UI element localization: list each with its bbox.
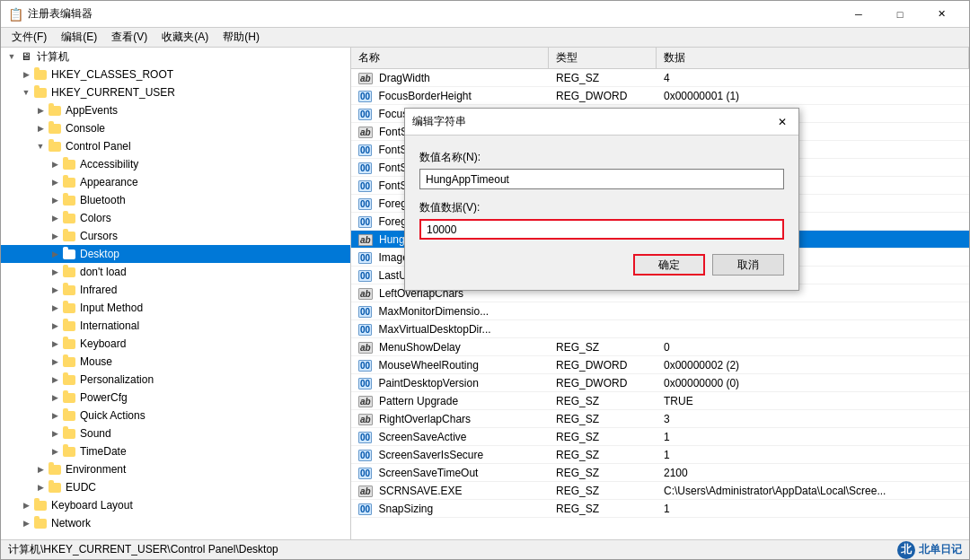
- folder-icon-sound: [62, 426, 76, 441]
- reg-icon-dword-22: 00: [358, 468, 372, 479]
- table-row[interactable]: 00 ScreenSaveActive REG_SZ 1: [351, 428, 969, 446]
- expander-sound[interactable]: ▶: [48, 426, 62, 441]
- tree-item-inputmethod[interactable]: ▶ Input Method: [1, 299, 350, 317]
- tree-item-powercfg[interactable]: ▶ PowerCfg: [1, 389, 350, 407]
- menu-favorites[interactable]: 收藏夹(A): [154, 28, 216, 47]
- table-row[interactable]: 00 MaxVirtualDesktopDir...: [351, 320, 969, 338]
- tree-item-keyboard[interactable]: ▶ Keyboard: [1, 335, 350, 353]
- tree-item-timedate[interactable]: ▶ TimeDate: [1, 442, 350, 460]
- expander-mouse[interactable]: ▶: [48, 354, 62, 369]
- expander-colors[interactable]: ▶: [48, 211, 62, 225]
- expander-infrared[interactable]: ▶: [48, 283, 62, 297]
- table-row[interactable]: ab DragWidth REG_SZ 4: [351, 69, 969, 87]
- value-name-input[interactable]: [419, 169, 784, 189]
- menu-view[interactable]: 查看(V): [104, 28, 154, 47]
- expander-powercfg[interactable]: ▶: [48, 390, 62, 405]
- expander-timedate[interactable]: ▶: [48, 444, 62, 459]
- table-row[interactable]: 00 SnapSizing REG_SZ 1: [351, 500, 969, 518]
- tree-label-quickactions: Quick Actions: [80, 409, 146, 422]
- tree-item-bluetooth[interactable]: ▶ Bluetooth: [1, 191, 350, 209]
- tree-item-network[interactable]: ▶ Network: [1, 514, 350, 532]
- expander-accessibility[interactable]: ▶: [48, 157, 62, 171]
- cell-name-14: 00 MaxVirtualDesktopDir...: [351, 323, 549, 336]
- expander-international[interactable]: ▶: [48, 319, 62, 333]
- cell-data-24: 1: [657, 503, 969, 515]
- tree-item-mouse[interactable]: ▶ Mouse: [1, 353, 350, 371]
- menu-file[interactable]: 文件(F): [4, 28, 54, 47]
- dialog-body: 数值名称(N): 数值数据(V): 确定 取消: [405, 136, 798, 290]
- tree-item-dontload[interactable]: ▶ don't load: [1, 263, 350, 281]
- value-data-input[interactable]: [419, 219, 784, 240]
- tree-label-desktop: Desktop: [80, 248, 119, 260]
- expander-dontload[interactable]: ▶: [48, 265, 62, 279]
- folder-icon-keyboard: [62, 337, 76, 351]
- tree-panel[interactable]: ▼ 🖥 计算机 ▶ HKEY_CLASSES_ROOT ▼ HKEY_CURRE…: [1, 48, 351, 539]
- ok-button[interactable]: 确定: [633, 254, 705, 276]
- expander-desktop[interactable]: ▶: [48, 247, 62, 261]
- tree-item-computer[interactable]: ▼ 🖥 计算机: [1, 48, 350, 66]
- expander-computer[interactable]: ▼: [4, 49, 19, 64]
- tree-label-network: Network: [51, 517, 91, 529]
- tree-item-current-user[interactable]: ▼ HKEY_CURRENT_USER: [1, 83, 350, 101]
- menu-edit[interactable]: 编辑(E): [54, 28, 104, 47]
- header-data[interactable]: 数据: [657, 48, 969, 68]
- expander-personalization[interactable]: ▶: [48, 372, 62, 387]
- tree-item-sound[interactable]: ▶ Sound: [1, 424, 350, 442]
- expander-keyboard[interactable]: ▶: [48, 337, 62, 351]
- expander-control-panel[interactable]: ▼: [33, 139, 48, 153]
- tree-item-personalization[interactable]: ▶ Personalization: [1, 371, 350, 389]
- table-row[interactable]: ab MenuShowDelay REG_SZ 0: [351, 338, 969, 356]
- expander-keyboardlayout[interactable]: ▶: [19, 498, 33, 512]
- tree-item-quickactions[interactable]: ▶ Quick Actions: [1, 407, 350, 424]
- table-row[interactable]: 00 FocusBorderHeight REG_DWORD 0x0000000…: [351, 87, 969, 105]
- expander-appevents[interactable]: ▶: [33, 103, 48, 118]
- tree-label-computer: 计算机: [37, 49, 69, 65]
- tree-item-international[interactable]: ▶ International: [1, 317, 350, 335]
- table-row[interactable]: ab Pattern Upgrade REG_SZ TRUE: [351, 392, 969, 410]
- expander-appearance[interactable]: ▶: [48, 175, 62, 189]
- cell-name-1: 00 FocusBorderHeight: [351, 90, 549, 102]
- table-row[interactable]: ab SCRNSAVE.EXE REG_SZ C:\Users\Administ…: [351, 482, 969, 500]
- tree-item-appearance[interactable]: ▶ Appearance: [1, 173, 350, 191]
- tree-item-appevents[interactable]: ▶ AppEvents: [1, 101, 350, 119]
- table-row[interactable]: 00 ScreenSaverIsSecure REG_SZ 1: [351, 446, 969, 464]
- expander-classes-root[interactable]: ▶: [19, 67, 33, 82]
- cancel-button[interactable]: 取消: [712, 254, 784, 276]
- expander-bluetooth[interactable]: ▶: [48, 193, 62, 207]
- table-row[interactable]: 00 MaxMonitorDimensio...: [351, 302, 969, 320]
- close-button[interactable]: ✕: [921, 1, 962, 28]
- expander-eudc[interactable]: ▶: [33, 480, 48, 494]
- tree-item-control-panel[interactable]: ▼ Control Panel: [1, 137, 350, 155]
- tree-item-environment[interactable]: ▶ Environment: [1, 460, 350, 478]
- expander-network[interactable]: ▶: [19, 516, 33, 530]
- table-row[interactable]: 00 PaintDesktopVersion REG_DWORD 0x00000…: [351, 374, 969, 392]
- expander-environment[interactable]: ▶: [33, 462, 48, 477]
- expander-console[interactable]: ▶: [33, 121, 48, 136]
- header-type[interactable]: 类型: [549, 48, 657, 68]
- tree-item-classes-root[interactable]: ▶ HKEY_CLASSES_ROOT: [1, 66, 350, 83]
- header-name[interactable]: 名称: [351, 48, 549, 68]
- tree-item-keyboardlayout[interactable]: ▶ Keyboard Layout: [1, 496, 350, 514]
- tree-item-accessibility[interactable]: ▶ Accessibility: [1, 155, 350, 173]
- expander-quickactions[interactable]: ▶: [48, 408, 62, 423]
- expander-current-user[interactable]: ▼: [19, 85, 33, 100]
- tree-item-eudc[interactable]: ▶ EUDC: [1, 478, 350, 496]
- tree-item-infrared[interactable]: ▶ Infrared: [1, 281, 350, 299]
- minimize-button[interactable]: ─: [838, 1, 879, 28]
- dialog-close-button[interactable]: ✕: [773, 113, 791, 131]
- edit-string-dialog[interactable]: 编辑字符串 ✕ 数值名称(N): 数值数据(V): 确定 取消: [404, 108, 799, 291]
- maximize-button[interactable]: □: [879, 1, 921, 28]
- expander-inputmethod[interactable]: ▶: [48, 301, 62, 315]
- menu-help[interactable]: 帮助(H): [216, 28, 267, 47]
- tree-item-colors[interactable]: ▶ Colors: [1, 209, 350, 227]
- cell-name-22: 00 ScreenSaveTimeOut: [351, 467, 549, 479]
- tree-item-desktop[interactable]: ▶ Desktop: [1, 245, 350, 263]
- tree-item-console[interactable]: ▶ Console: [1, 119, 350, 137]
- expander-cursors[interactable]: ▶: [48, 229, 62, 243]
- folder-icon-bluetooth: [62, 193, 76, 207]
- table-row[interactable]: 00 MouseWheelRouting REG_DWORD 0x0000000…: [351, 356, 969, 374]
- tree-label-bluetooth: Bluetooth: [80, 194, 126, 206]
- table-row[interactable]: 00 ScreenSaveTimeOut REG_SZ 2100: [351, 464, 969, 482]
- table-row[interactable]: ab RightOverlapChars REG_SZ 3: [351, 410, 969, 428]
- tree-item-cursors[interactable]: ▶ Cursors: [1, 227, 350, 245]
